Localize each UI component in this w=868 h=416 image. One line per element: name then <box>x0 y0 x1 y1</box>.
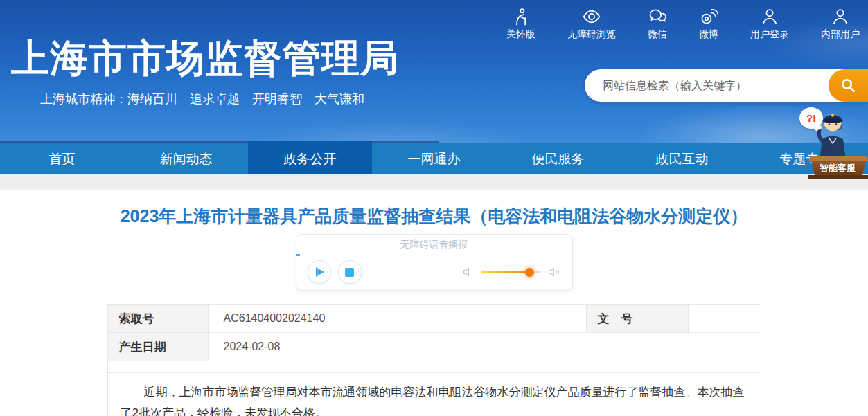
nav-item[interactable]: 新闻动态 <box>124 143 248 174</box>
index-number-label: 索取号 <box>107 305 208 333</box>
nav-item-label: 新闻动态 <box>160 150 213 168</box>
article-body-cell: 近期，上海市市场监督管理局对本市流通领域的电容法和电阻法谷物水分测定仪产品质量进… <box>107 373 761 416</box>
topbar-link-label: 微信 <box>648 28 667 41</box>
mascot-podium-label: 智能客服 <box>813 162 862 174</box>
article-body-text: 近期，上海市市场监督管理局对本市流通领域的电容法和电阻法谷物水分测定仪产品质量进… <box>121 382 748 416</box>
volume-fill <box>481 271 530 273</box>
nav-item-label: 一网通办 <box>408 150 461 168</box>
volume-slider[interactable] <box>481 271 541 273</box>
audio-player-divider <box>296 255 572 255</box>
topbar-link[interactable]: 关怀版 <box>506 6 535 41</box>
eye-icon <box>582 6 601 26</box>
nav-item[interactable]: 一网通办 <box>372 143 496 174</box>
page: 关怀版无障碍浏览微信微博用户登录内部用户 上海市市场监督管理局 上海城市精神：海… <box>0 0 868 416</box>
topbar-link-label: 关怀版 <box>506 28 535 41</box>
nav-item[interactable]: 政务公开 <box>248 143 372 174</box>
topbar-link-label: 用户登录 <box>750 28 789 41</box>
audio-stop-button[interactable] <box>338 260 362 284</box>
search-button[interactable] <box>829 69 868 102</box>
volume-control <box>461 265 561 279</box>
nav-item-label: 首页 <box>49 150 76 168</box>
volume-slider-handle[interactable] <box>525 268 534 277</box>
topbar-link[interactable]: 微信 <box>648 6 667 41</box>
smart-service-mascot[interactable]: ?! <box>797 102 868 179</box>
volume-loud-icon <box>547 265 561 279</box>
gray-strip <box>0 174 868 190</box>
nav-item[interactable]: 首页 <box>0 143 124 174</box>
topbar-link-label: 微博 <box>699 28 718 41</box>
table-row: 近期，上海市市场监督管理局对本市流通领域的电容法和电阻法谷物水分测定仪产品质量进… <box>107 373 761 416</box>
nav-item[interactable]: 政民互动 <box>620 143 744 174</box>
spacer-row <box>107 361 761 373</box>
stop-icon <box>345 268 354 277</box>
document-meta-table: 索取号 AC61404002024140 文 号 产生日期 2024-02-08… <box>107 304 761 416</box>
user-icon <box>831 6 850 26</box>
nav-item[interactable]: 便民服务 <box>496 143 620 174</box>
doc-number-value <box>688 305 761 333</box>
topbar-link[interactable]: 用户登录 <box>750 6 789 41</box>
audio-player-controls <box>296 255 572 290</box>
topbar: 关怀版无障碍浏览微信微博用户登录内部用户 <box>506 6 860 41</box>
mascot-speech-bubble: ?! <box>799 107 823 129</box>
doc-number-label: 文 号 <box>586 305 688 333</box>
nav-item-label: 政民互动 <box>656 150 709 168</box>
topbar-link[interactable]: 无障碍浏览 <box>567 6 616 41</box>
site-title: 上海市市场监督管理局 <box>11 33 399 84</box>
volume-mute-icon <box>461 265 475 279</box>
issue-date-value: 2024-02-08 <box>208 333 761 361</box>
play-icon <box>316 267 324 277</box>
audio-play-button[interactable] <box>308 260 331 284</box>
weibo-icon <box>699 6 718 26</box>
nav-item-label: 政务公开 <box>284 150 337 168</box>
accessibility-audio-player: 无障碍语音播报 <box>296 234 573 291</box>
search-input[interactable] <box>585 80 829 92</box>
table-row: 索取号 AC61404002024140 文 号 <box>107 305 761 333</box>
table-row: 产生日期 2024-02-08 <box>107 333 761 361</box>
site-search-bar <box>585 69 868 102</box>
city-spirit-slogan: 上海城市精神：海纳百川 追求卓越 开明睿智 大气谦和 <box>40 91 364 107</box>
site-banner: 关怀版无障碍浏览微信微博用户登录内部用户 上海市市场监督管理局 上海城市精神：海… <box>0 0 868 143</box>
wechat-icon <box>648 6 667 26</box>
article-title: 2023年上海市计量器具产品质量监督抽查结果（电容法和电阻法谷物水分测定仪） <box>0 190 868 228</box>
nav-item-label: 便民服务 <box>532 150 585 168</box>
index-number-value: AC61404002024140 <box>208 305 586 333</box>
topbar-link[interactable]: 微博 <box>699 6 718 41</box>
issue-date-label: 产生日期 <box>107 333 208 361</box>
elderly-icon <box>511 6 531 26</box>
content-area: 2023年上海市计量器具产品质量监督抽查结果（电容法和电阻法谷物水分测定仪） 无… <box>0 190 868 416</box>
topbar-link[interactable]: 内部用户 <box>821 6 860 41</box>
user-icon <box>760 6 779 26</box>
audio-player-title: 无障碍语音播报 <box>296 235 572 255</box>
main-nav: 首页新闻动态政务公开一网通办便民服务政民互动专题专栏 <box>0 143 868 174</box>
topbar-link-label: 无障碍浏览 <box>567 28 616 41</box>
search-icon <box>840 77 857 94</box>
mascot-bubble-text: ?! <box>806 112 816 124</box>
topbar-link-label: 内部用户 <box>821 28 860 41</box>
